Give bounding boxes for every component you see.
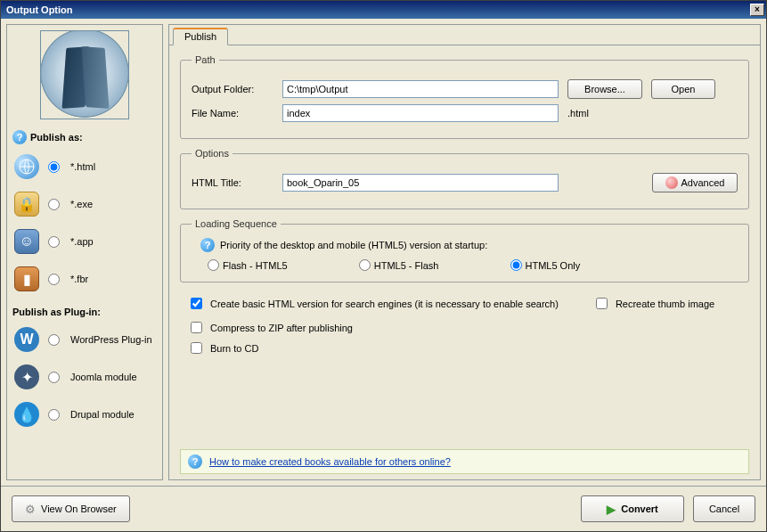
- advanced-button[interactable]: Advanced: [652, 173, 738, 192]
- window-title: Output Option: [6, 4, 750, 15]
- loading-html5-flash-row[interactable]: HTML5 - Flash: [359, 259, 439, 271]
- convert-button[interactable]: ▶ Convert: [581, 495, 684, 522]
- publish-as-wordpress-radio[interactable]: [48, 334, 60, 346]
- output-folder-label: Output Folder:: [192, 84, 273, 94]
- path-group: Path Output Folder: Browse... Open File …: [180, 54, 749, 139]
- finder-icon: ☺: [14, 229, 39, 254]
- sidebar: ? Publish as: *.html 🔒 *.exe ☺ *.app: [6, 24, 163, 480]
- burn-check-row[interactable]: Burn to CD: [187, 340, 749, 356]
- browse-button[interactable]: Browse...: [567, 79, 642, 99]
- joomla-icon: ✦: [14, 364, 39, 389]
- globe-icon: [14, 154, 39, 179]
- html-title-label: HTML Title:: [192, 177, 273, 188]
- publish-as-app-label: *.app: [70, 236, 94, 247]
- file-name-label: File Name:: [192, 108, 273, 119]
- output-option-window: Output Option × ? Publish as: *.html 🔒 *…: [0, 0, 767, 532]
- publish-as-exe-radio[interactable]: [48, 199, 60, 210]
- publish-as-drupal-radio[interactable]: [48, 409, 60, 421]
- extra-checks: Create basic HTML version for search eng…: [180, 291, 749, 360]
- publish-as-joomla-label: Joomla module: [70, 372, 137, 382]
- file-name-suffix: .html: [567, 108, 589, 119]
- loading-priority-text: Priority of the desktop and mobile (HTML…: [220, 240, 487, 250]
- publish-as-app-row[interactable]: ☺ *.app: [12, 225, 157, 258]
- footer: ⚙ View On Browser ▶ Convert Cancel: [1, 486, 766, 531]
- basic-html-checkbox[interactable]: [191, 298, 202, 309]
- titlebar: Output Option ×: [1, 1, 766, 19]
- view-on-browser-button[interactable]: ⚙ View On Browser: [12, 495, 130, 522]
- loading-flash-html5-label: Flash - HTML5: [223, 260, 288, 271]
- publish-as-heading-row: ? Publish as:: [12, 130, 157, 144]
- loading-sequence-group: Loading Sequence ? Priority of the deskt…: [180, 218, 749, 282]
- publish-as-drupal-label: Drupal module: [70, 409, 135, 420]
- zip-check-row[interactable]: Compress to ZIP after publishing: [187, 319, 749, 336]
- publish-as-fbr-label: *.fbr: [70, 274, 88, 284]
- publish-as-fbr-row[interactable]: ▮ *.fbr: [12, 262, 157, 296]
- help-icon[interactable]: ?: [188, 454, 202, 469]
- publish-as-joomla-radio[interactable]: [48, 372, 60, 383]
- loading-flash-html5-row[interactable]: Flash - HTML5: [208, 259, 288, 271]
- loading-flash-html5-radio[interactable]: [208, 259, 219, 271]
- book-icon: ▮: [14, 266, 39, 291]
- plugin-heading-row: Publish as Plug-in:: [12, 307, 157, 317]
- html-title-input[interactable]: [282, 174, 559, 192]
- loading-html5-only-radio[interactable]: [510, 259, 522, 271]
- publish-as-html-radio[interactable]: [48, 161, 60, 173]
- plugin-heading: Publish as Plug-in:: [12, 307, 101, 317]
- recreate-thumb-check-row[interactable]: Recreate thumb image: [592, 295, 714, 312]
- cancel-button[interactable]: Cancel: [693, 495, 755, 522]
- package-icon: 🔒: [14, 192, 39, 217]
- tab-publish[interactable]: Publish: [173, 28, 228, 45]
- publish-as-joomla-row[interactable]: ✦ Joomla module: [12, 360, 157, 394]
- loading-html5-only-row[interactable]: HTML5 Only: [510, 259, 581, 271]
- options-legend: Options: [192, 148, 233, 159]
- publish-as-wordpress-label: WordPress Plug-in: [70, 334, 152, 345]
- burn-checkbox[interactable]: [191, 342, 202, 354]
- publish-as-html-row[interactable]: *.html: [12, 150, 157, 184]
- loading-html5-flash-label: HTML5 - Flash: [374, 260, 439, 271]
- tabstrip: Publish: [169, 25, 760, 45]
- open-button[interactable]: Open: [651, 79, 715, 99]
- recreate-thumb-check-label: Recreate thumb image: [616, 299, 714, 309]
- basic-html-check-label: Create basic HTML version for search eng…: [210, 299, 559, 309]
- publish-as-wordpress-row[interactable]: W WordPress Plug-in: [12, 323, 157, 356]
- drupal-icon: 💧: [14, 402, 39, 427]
- tab-publish-label: Publish: [184, 31, 216, 42]
- publish-as-exe-row[interactable]: 🔒 *.exe: [12, 187, 157, 221]
- basic-html-check-row[interactable]: Create basic HTML version for search eng…: [187, 295, 559, 312]
- loading-html5-flash-radio[interactable]: [359, 259, 371, 271]
- gear-icon: ⚙: [25, 503, 36, 516]
- tab-publish-page: Path Output Folder: Browse... Open File …: [169, 45, 760, 479]
- path-legend: Path: [192, 54, 219, 65]
- file-name-input[interactable]: [282, 104, 559, 122]
- publish-as-html-label: *.html: [70, 161, 95, 172]
- help-icon[interactable]: ?: [200, 238, 215, 252]
- loading-html5-only-label: HTML5 Only: [526, 260, 581, 271]
- output-folder-input[interactable]: [282, 80, 559, 98]
- publish-as-drupal-row[interactable]: 💧 Drupal module: [12, 397, 157, 431]
- zip-checkbox[interactable]: [191, 322, 202, 333]
- loading-legend: Loading Sequence: [192, 218, 281, 229]
- wordpress-icon: W: [14, 327, 39, 352]
- info-link[interactable]: How to make created books available for …: [209, 456, 451, 467]
- publish-as-heading: Publish as:: [30, 132, 83, 143]
- info-bar: ? How to make created books available fo…: [180, 449, 749, 474]
- advanced-icon: [665, 176, 678, 189]
- publish-as-exe-label: *.exe: [70, 199, 93, 209]
- burn-check-label: Burn to CD: [210, 343, 258, 354]
- zip-check-label: Compress to ZIP after publishing: [210, 323, 353, 333]
- close-icon[interactable]: ×: [750, 4, 764, 16]
- options-group: Options HTML Title: Advanced: [180, 148, 749, 209]
- help-icon[interactable]: ?: [12, 130, 27, 144]
- body-area: ? Publish as: *.html 🔒 *.exe ☺ *.app: [1, 19, 766, 486]
- publish-as-app-radio[interactable]: [48, 236, 60, 248]
- publish-as-fbr-radio[interactable]: [48, 274, 60, 285]
- play-icon: ▶: [607, 503, 616, 516]
- book-banner-image: [40, 30, 129, 119]
- recreate-thumb-checkbox[interactable]: [596, 298, 608, 309]
- main-panel: Publish Path Output Folder: Browse... Op…: [168, 24, 761, 480]
